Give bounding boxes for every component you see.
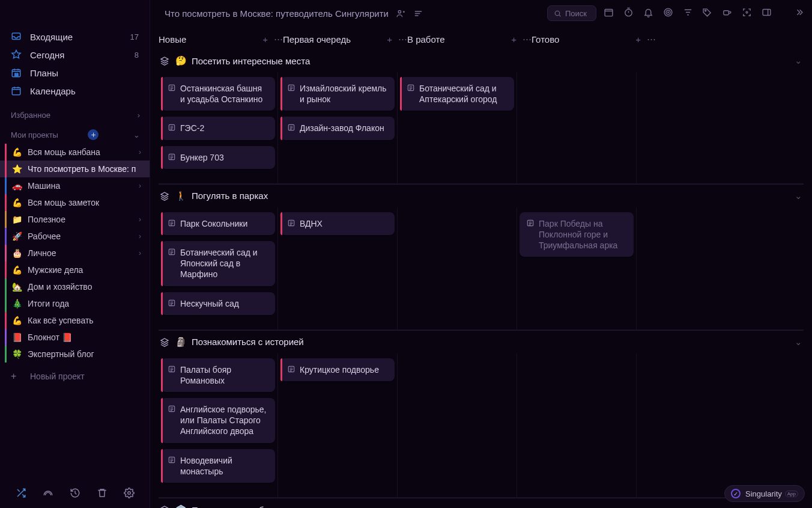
kanban-column[interactable] (637, 72, 793, 183)
kanban-card[interactable]: Новодевичий монастырь (161, 449, 275, 483)
kanban-column[interactable] (398, 207, 517, 329)
target-icon[interactable] (663, 7, 673, 17)
add-card-icon[interactable]: + (511, 34, 517, 44)
timer-icon[interactable] (623, 7, 634, 17)
kanban-column[interactable]: Парк СокольникиБотанический сад и Японск… (159, 207, 278, 329)
kanban-card[interactable]: ВДНХ (280, 212, 395, 235)
card-text: ГЭС-2 (180, 123, 204, 133)
kanban-column[interactable]: Измайловский кремль и рынокДизайн-завод … (278, 72, 398, 183)
group-header[interactable]: 🏛️Посмотреть необычную архитектуру⌄ (159, 498, 804, 508)
kanban-column[interactable]: Останкинская башня и усадьба ОстанкиноГЭ… (159, 72, 278, 183)
project-emoji: 🚀 (11, 231, 23, 241)
sidebar-project[interactable]: 💪Мужские дела (0, 262, 150, 278)
projects-section[interactable]: Мои проекты + ⌄ (0, 123, 150, 144)
nav-today[interactable]: Сегодня 8 (0, 46, 150, 64)
card-stripe (280, 212, 282, 235)
more-icon[interactable]: ⋯ (647, 34, 656, 44)
sidebar-project[interactable]: ⭐Что посмотреть в Москве: п (0, 161, 150, 177)
gear-icon[interactable] (124, 488, 135, 498)
project-label: Экспертный блог (28, 349, 141, 359)
kanban-column[interactable]: Крутицкое подворье (278, 353, 398, 497)
add-card-icon[interactable]: + (635, 34, 641, 44)
sidebar-project[interactable]: 💪Вся мощь канбана› (0, 144, 150, 161)
bell-icon[interactable] (643, 7, 653, 17)
column-header[interactable]: В работе + ⋯ (407, 34, 532, 44)
card-text: Измайловский кремль и рынок (300, 84, 387, 104)
kanban-card[interactable]: Ботанический сад и Японский сад в Марфин… (161, 241, 275, 286)
add-card-icon[interactable]: + (387, 34, 392, 44)
sidebar-project[interactable]: 🚀Рабочее› (0, 228, 150, 245)
kanban-card[interactable]: Дизайн-завод Флакон (280, 117, 395, 139)
group-header[interactable]: 🗿Познакомиться с историей⌄ (159, 330, 804, 353)
rainbow-icon[interactable] (43, 488, 53, 498)
group-header[interactable]: 🚶Погулять в парках⌄ (159, 184, 804, 207)
sidebar-project[interactable]: 🍀Экспертный блог (0, 346, 150, 363)
chevron-right-icon: › (139, 232, 141, 240)
card-text: Нескучный сад (180, 299, 239, 308)
kanban-column[interactable]: Парк Победы на Поклонной горе и Триумфал… (517, 207, 637, 329)
tag-icon[interactable] (702, 7, 712, 17)
nav-plans[interactable]: 12 Планы (0, 64, 150, 82)
group-header[interactable]: 🤔Посетить интересные места⌄ (159, 49, 804, 72)
kanban-column[interactable] (637, 207, 793, 329)
kanban-card[interactable]: ГЭС-2 (161, 117, 275, 139)
kanban-card[interactable]: Ботанический сад и Аптекарский огород (400, 77, 514, 111)
kanban-card[interactable]: Парк Победы на Поклонной горе и Триумфал… (520, 212, 634, 257)
panel-icon[interactable] (762, 7, 772, 17)
layers-icon (160, 56, 169, 66)
sidebar-project[interactable]: 📕Блокнот 📕 (0, 329, 150, 346)
sidebar-project[interactable]: 📁Полезное› (0, 211, 150, 228)
calendar-icon (11, 85, 24, 96)
brand-badge[interactable]: ✓ Singularity App (724, 485, 805, 502)
kanban-card[interactable]: Бункер 703 (161, 146, 275, 169)
project-label: Машина (28, 181, 139, 191)
kanban-card[interactable]: Английское подворье, или Палаты Старого … (161, 398, 275, 443)
new-project-button[interactable]: + Новый проект (0, 366, 150, 387)
sidebar-project[interactable]: 🎂Личное› (0, 245, 150, 262)
trash-icon[interactable] (97, 488, 108, 498)
history-icon[interactable] (70, 488, 80, 498)
sidebar-project[interactable]: 🎄Итоги года (0, 295, 150, 312)
kanban-column[interactable] (398, 353, 517, 497)
more-icon[interactable] (793, 7, 804, 17)
focus-icon[interactable] (742, 7, 752, 17)
sidebar-project[interactable]: 💪Как всё успевать (0, 312, 150, 329)
search-input[interactable]: Поиск (547, 5, 596, 21)
section-label: Мои проекты (11, 130, 58, 139)
kanban-column[interactable]: ВДНХ (278, 207, 398, 329)
favorites-section[interactable]: Избранное › (0, 105, 150, 123)
kanban-card[interactable]: Парк Сокольники (161, 212, 275, 235)
column-header[interactable]: Первая очередь + ⋯ (283, 34, 407, 44)
kanban-column[interactable] (517, 353, 637, 497)
more-icon[interactable]: ⋯ (523, 34, 532, 44)
sidebar-project[interactable]: 🚗Машина› (0, 177, 150, 194)
project-label: Как всё успевать (28, 316, 141, 325)
kanban-column[interactable] (517, 72, 637, 183)
filter-icon[interactable] (683, 7, 693, 17)
kanban-card[interactable]: Останкинская башня и усадьба Останкино (161, 77, 275, 111)
more-icon[interactable]: ⋯ (398, 34, 407, 44)
share-icon[interactable] (396, 8, 406, 19)
kanban-card[interactable]: Палаты бояр Романовых (161, 358, 275, 392)
more-icon[interactable]: ⋯ (274, 34, 283, 44)
kanban-card[interactable]: Крутицкое подворье (280, 358, 395, 381)
sidebar-project[interactable]: 💪Вся мощь заметок (0, 194, 150, 211)
column-header[interactable]: Новые + ⋯ (159, 34, 283, 44)
column-header[interactable]: Готово + ⋯ (532, 34, 656, 44)
kanban-column[interactable] (637, 353, 793, 497)
kanban-card[interactable]: Нескучный сад (161, 292, 275, 315)
sidebar-project[interactable]: 🏡Дом и хозяйство (0, 278, 150, 295)
kanban-column[interactable]: Ботанический сад и Аптекарский огород (398, 72, 517, 183)
calendar-icon[interactable] (604, 7, 614, 17)
add-project-button[interactable]: + (88, 129, 98, 140)
nav-calendar[interactable]: Календарь (0, 82, 150, 100)
chevron-down-icon: ⌄ (133, 130, 140, 139)
cup-icon[interactable] (722, 7, 732, 17)
card-stripe (161, 117, 163, 139)
kanban-column[interactable]: Палаты бояр РомановыхАнглийское подворье… (159, 353, 278, 497)
lines-icon[interactable] (413, 8, 423, 19)
add-card-icon[interactable]: + (262, 34, 268, 44)
kanban-card[interactable]: Измайловский кремль и рынок (280, 77, 395, 111)
nav-inbox[interactable]: Входящие 17 (0, 28, 150, 46)
shuffle-icon[interactable] (16, 488, 26, 498)
